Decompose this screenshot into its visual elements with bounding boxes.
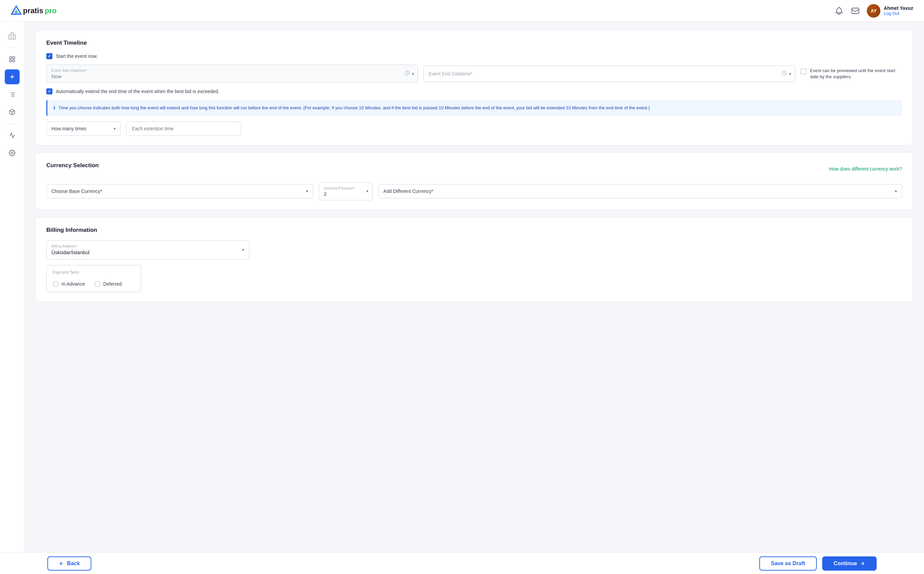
sidebar-item-grid[interactable] xyxy=(5,52,20,67)
info-text: Time you choose indicates both how long … xyxy=(58,104,650,111)
footer-actions: Save as Draft Continue xyxy=(759,557,877,571)
sidebar-item-chart[interactable] xyxy=(5,128,20,143)
svg-rect-4 xyxy=(13,57,14,59)
avatar: AY xyxy=(867,4,880,17)
event-start-label: Event Start Datetime* xyxy=(52,68,403,73)
mail-icon[interactable] xyxy=(851,6,860,16)
start-now-row: ✓ Start the event now. xyxy=(46,53,902,59)
info-icon: ℹ xyxy=(53,105,55,110)
sidebar-item-add[interactable] xyxy=(5,69,20,84)
continue-button[interactable]: Continue xyxy=(822,557,877,571)
svg-rect-3 xyxy=(9,57,11,59)
logo-text: pratis xyxy=(23,6,43,15)
in-advance-radio[interactable] xyxy=(53,281,59,287)
currency-fields-row: Choose Base Currency* ▾ Decimal Precisio… xyxy=(46,183,902,200)
billing-address-field[interactable]: Billing Address* Üsküdar/İstanbul ▾ xyxy=(46,240,249,260)
user-info: AY Ahmet Yavuz Log Out xyxy=(867,4,913,17)
info-box: ℹ Time you choose indicates both how lon… xyxy=(46,100,902,116)
base-currency-select[interactable]: Choose Base Currency* ▾ xyxy=(46,184,313,198)
sidebar xyxy=(0,22,24,552)
payment-in-advance[interactable]: In Advance xyxy=(53,281,85,287)
decimal-precision-value: 2 xyxy=(324,191,357,197)
deferred-radio[interactable] xyxy=(94,281,101,287)
back-button[interactable]: Back xyxy=(47,557,91,571)
payment-term-box: Payment Term In Advance Deferred xyxy=(46,265,141,292)
back-label: Back xyxy=(67,560,80,566)
event-timeline-card: Event Timeline ✓ Start the event now. Ev… xyxy=(35,30,913,145)
sidebar-divider-1 xyxy=(7,47,17,48)
preview-checkbox[interactable] xyxy=(801,68,807,74)
decimal-precision-arrow: ▾ xyxy=(366,189,368,194)
svg-point-2 xyxy=(15,11,17,13)
extension-fields-row: How many times ▾ xyxy=(46,121,902,136)
start-now-check-icon: ✓ xyxy=(48,54,51,58)
currency-help-link[interactable]: How does different currency work? xyxy=(829,166,902,172)
svg-rect-6 xyxy=(13,60,14,62)
event-start-value: Now xyxy=(52,73,403,79)
logo-icon xyxy=(11,5,22,16)
svg-point-8 xyxy=(11,152,13,154)
continue-label: Continue xyxy=(834,560,857,566)
sidebar-item-settings[interactable] xyxy=(5,145,20,161)
start-now-checkbox[interactable]: ✓ xyxy=(46,53,52,59)
event-end-label: Event End Datetime* xyxy=(429,71,473,76)
app-header: pratispro AY Ahmet Yavuz Log Out xyxy=(0,0,924,22)
add-currency-arrow: ▾ xyxy=(895,189,897,194)
main-content: Event Timeline ✓ Start the event now. Ev… xyxy=(24,22,924,552)
currency-title: Currency Selection xyxy=(46,162,99,169)
deferred-label: Deferred xyxy=(103,281,121,287)
how-many-times-value: How many times xyxy=(52,126,114,131)
currency-header: Currency Selection How does different cu… xyxy=(46,162,902,176)
sidebar-item-cube[interactable] xyxy=(5,104,20,120)
payment-deferred[interactable]: Deferred xyxy=(94,281,121,287)
each-extension-input[interactable] xyxy=(126,121,241,136)
payment-term-label: Payment Term xyxy=(53,270,135,275)
start-now-label: Start the event now. xyxy=(56,54,98,59)
how-many-times-select[interactable]: How many times ▾ xyxy=(46,121,121,136)
sidebar-item-building[interactable] xyxy=(5,28,20,43)
in-advance-label: In Advance xyxy=(61,281,85,287)
avatar-image: AY xyxy=(867,4,880,17)
base-currency-value: Choose Base Currency* xyxy=(52,189,306,194)
footer: Back Save as Draft Continue xyxy=(0,552,924,574)
add-currency-select[interactable]: Add Different Currency* ▾ xyxy=(378,184,902,198)
back-arrow-icon xyxy=(59,561,64,566)
add-currency-value: Add Different Currency* xyxy=(383,189,895,194)
payment-radio-row: In Advance Deferred xyxy=(53,281,135,287)
preview-label: Event can be previewed until the event s… xyxy=(810,68,902,80)
decimal-precision-label: Decimal Precision* xyxy=(324,186,357,190)
billing-title: Billing Information xyxy=(46,227,902,233)
logout-button[interactable]: Log Out xyxy=(884,11,913,16)
auto-extend-label: Automatically extend the end time of the… xyxy=(56,89,219,94)
auto-extend-check-icon: ✓ xyxy=(48,89,51,94)
notification-icon[interactable] xyxy=(834,6,844,16)
event-start-icons: ▾ xyxy=(405,71,414,77)
how-many-times-arrow: ▾ xyxy=(114,126,116,131)
base-currency-arrow: ▾ xyxy=(306,189,308,194)
sidebar-item-list[interactable] xyxy=(5,87,20,102)
event-end-icons: ▾ xyxy=(782,71,791,77)
currency-selection-card: Currency Selection How does different cu… xyxy=(35,152,913,210)
logo-pro: pro xyxy=(45,6,57,15)
decimal-precision-select[interactable]: Decimal Precision* 2 ▾ xyxy=(319,183,373,200)
user-name: Ahmet Yavuz xyxy=(884,5,913,11)
auto-extend-row: ✓ Automatically extend the end time of t… xyxy=(46,88,902,95)
continue-arrow-icon xyxy=(860,561,865,566)
header-right: AY Ahmet Yavuz Log Out xyxy=(834,4,913,17)
billing-address-value: Üsküdar/İstanbul xyxy=(52,249,244,255)
save-draft-button[interactable]: Save as Draft xyxy=(759,557,816,571)
sidebar-divider-2 xyxy=(7,123,17,124)
svg-rect-5 xyxy=(9,60,11,62)
billing-address-arrow: ▾ xyxy=(242,248,244,252)
billing-address-label: Billing Address* xyxy=(52,244,244,248)
logo: pratispro xyxy=(11,5,57,16)
user-details: Ahmet Yavuz Log Out xyxy=(884,5,913,16)
auto-extend-checkbox[interactable]: ✓ xyxy=(46,88,52,95)
event-timeline-title: Event Timeline xyxy=(46,39,902,46)
billing-information-card: Billing Information Billing Address* Üsk… xyxy=(35,217,913,302)
